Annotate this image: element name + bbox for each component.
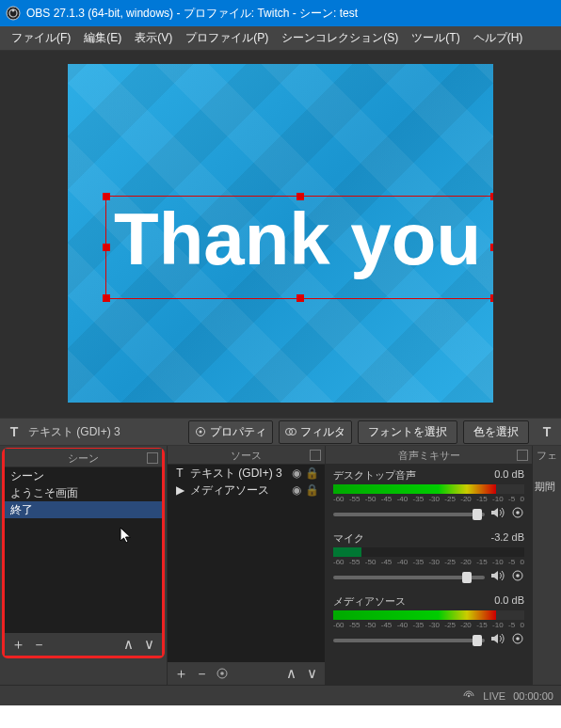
- source-settings-button[interactable]: [215, 667, 230, 680]
- vu-meter: [333, 547, 524, 557]
- mixer-channel: マイク-3.2 dB-60-55-50-45-40-35-30-25-20-15…: [326, 528, 532, 591]
- volume-slider[interactable]: [333, 513, 485, 516]
- font-select-button[interactable]: フォントを選択: [358, 420, 457, 444]
- volume-slider[interactable]: [333, 576, 485, 579]
- add-scene-button[interactable]: ＋: [10, 636, 25, 654]
- filters-button[interactable]: フィルタ: [279, 420, 352, 444]
- volume-slider[interactable]: [333, 639, 485, 642]
- sources-footer: ＋ － ∧ ∨: [168, 662, 325, 685]
- scenes-list[interactable]: シーンようこそ画面終了: [5, 467, 162, 633]
- speaker-icon[interactable]: [490, 507, 505, 521]
- sources-header: ソース: [168, 446, 325, 465]
- statusbar: LIVE 00:00:00: [0, 685, 561, 705]
- menu-edit[interactable]: 編集(E): [84, 30, 121, 46]
- popout-icon[interactable]: [147, 452, 158, 464]
- resize-handle[interactable]: [490, 294, 493, 302]
- mixer-list: デスクトップ音声0.0 dB-60-55-50-45-40-35-30-25-2…: [326, 465, 532, 685]
- resize-handle[interactable]: [490, 193, 493, 200]
- eye-icon[interactable]: ◉: [292, 467, 301, 480]
- scenes-footer: ＋ － ∧ ∨: [5, 633, 162, 656]
- mixer-header: 音声ミキサー: [326, 446, 532, 465]
- properties-button[interactable]: プロパティ: [188, 420, 273, 444]
- menu-scene-collection[interactable]: シーンコレクション(S): [281, 30, 398, 46]
- source-up-button[interactable]: ∧: [283, 665, 298, 682]
- mixer-channel: メディアソース0.0 dB-60-55-50-45-40-35-30-25-20…: [326, 591, 532, 654]
- source-type-icon: ▶: [173, 483, 186, 497]
- source-toolbar: T テキスト (GDI+) 3 プロパティ フィルタ フォントを選択 色を選択 …: [0, 418, 561, 446]
- speaker-icon[interactable]: [490, 633, 505, 647]
- resize-handle[interactable]: [297, 193, 304, 200]
- meter-ticks: -60-55-50-45-40-35-30-25-20-15-10-50: [333, 621, 524, 629]
- svg-point-4: [200, 431, 202, 434]
- svg-point-14: [516, 637, 520, 641]
- scene-row[interactable]: ようこそ画面: [5, 484, 162, 501]
- window-title: OBS 27.1.3 (64-bit, windows) - プロファイル: T…: [26, 6, 358, 22]
- scene-up-button[interactable]: ∧: [120, 636, 136, 653]
- popout-icon[interactable]: [517, 450, 528, 461]
- channel-name: デスクトップ音声: [333, 468, 416, 483]
- text-source-icon: T: [6, 423, 23, 440]
- right-dock-slice: フェ 期間: [533, 446, 561, 685]
- vu-meter: [333, 484, 524, 494]
- menubar: ファイル(F) 編集(E) 表示(V) プロファイル(P) シーンコレクション(…: [0, 26, 561, 51]
- panels: シーン シーンようこそ画面終了 ＋ － ∧ ∨ ソース Tテキスト (GDI+)…: [0, 446, 561, 685]
- color-select-button[interactable]: 色を選択: [463, 420, 529, 444]
- channel-name: メディアソース: [333, 594, 406, 609]
- preview-canvas[interactable]: Thank you: [68, 64, 493, 403]
- meter-ticks: -60-55-50-45-40-35-30-25-20-15-10-50: [333, 558, 524, 566]
- scene-row[interactable]: シーン: [5, 467, 162, 484]
- preview-area[interactable]: Thank you: [0, 51, 561, 418]
- meter-ticks: -60-55-50-45-40-35-30-25-20-15-10-50: [333, 495, 524, 503]
- broadcast-icon: [462, 691, 475, 701]
- source-down-button[interactable]: ∨: [304, 665, 319, 682]
- resize-handle[interactable]: [103, 244, 110, 251]
- obs-icon: [6, 6, 21, 21]
- svg-point-15: [468, 694, 470, 696]
- lock-icon[interactable]: 🔒: [305, 467, 319, 480]
- source-type-icon: T: [173, 467, 186, 480]
- preview-text: Thank you: [114, 202, 481, 276]
- menu-view[interactable]: 表示(V): [135, 30, 172, 46]
- resize-handle[interactable]: [490, 244, 493, 251]
- resize-handle[interactable]: [103, 294, 110, 302]
- eye-icon[interactable]: ◉: [292, 483, 301, 497]
- mixer-channel: デスクトップ音声0.0 dB-60-55-50-45-40-35-30-25-2…: [326, 465, 532, 528]
- svg-point-8: [220, 672, 224, 675]
- menu-tools[interactable]: ツール(T): [411, 30, 459, 46]
- selected-source-bounds[interactable]: Thank you: [105, 196, 493, 299]
- svg-point-12: [516, 574, 520, 578]
- gear-icon[interactable]: [511, 506, 524, 522]
- scenes-header: シーン: [5, 449, 162, 467]
- menu-profile[interactable]: プロファイル(P): [185, 30, 268, 46]
- selected-source-label: テキスト (GDI+) 3: [28, 424, 120, 440]
- sources-list[interactable]: Tテキスト (GDI+) 3◉🔒▶メディアソース◉🔒: [168, 465, 325, 662]
- channel-db: -3.2 dB: [491, 531, 524, 546]
- menu-file[interactable]: ファイル(F): [11, 30, 71, 46]
- vu-meter: [333, 610, 524, 620]
- titlebar: OBS 27.1.3 (64-bit, windows) - プロファイル: T…: [0, 0, 561, 26]
- source-row[interactable]: Tテキスト (GDI+) 3◉🔒: [168, 465, 325, 482]
- svg-point-10: [516, 511, 520, 514]
- speaker-icon[interactable]: [490, 570, 505, 584]
- resize-handle[interactable]: [103, 193, 110, 200]
- menu-help[interactable]: ヘルプ(H): [473, 30, 523, 46]
- scene-down-button[interactable]: ∨: [141, 636, 156, 653]
- resize-handle[interactable]: [297, 294, 304, 302]
- live-time: 00:00:00: [513, 690, 553, 702]
- remove-source-button[interactable]: －: [194, 665, 209, 683]
- source-row[interactable]: ▶メディアソース◉🔒: [168, 482, 325, 499]
- channel-name: マイク: [333, 531, 364, 546]
- live-label: LIVE: [483, 690, 505, 702]
- filter-icon: [285, 426, 297, 437]
- channel-db: 0.0 dB: [494, 594, 524, 609]
- lock-icon[interactable]: 🔒: [305, 483, 319, 497]
- duration-label: 期間: [533, 465, 561, 509]
- add-source-button[interactable]: ＋: [173, 665, 188, 683]
- popout-icon[interactable]: [310, 450, 321, 461]
- gear-icon[interactable]: [511, 632, 524, 648]
- gear-icon[interactable]: [511, 569, 524, 585]
- scene-row[interactable]: 終了: [5, 501, 162, 518]
- text-icon: T: [538, 423, 555, 440]
- gear-icon: [195, 426, 206, 437]
- remove-scene-button[interactable]: －: [31, 636, 46, 654]
